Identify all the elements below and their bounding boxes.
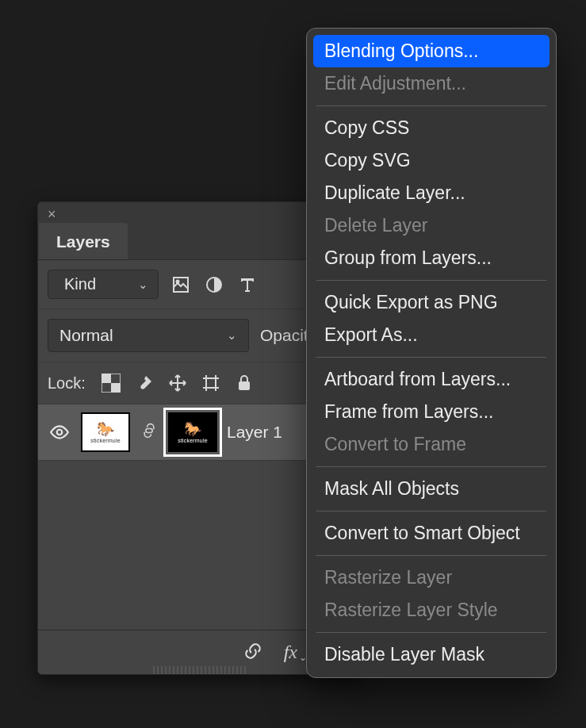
svg-rect-9 xyxy=(239,381,250,390)
blend-mode-value: Normal xyxy=(59,326,113,345)
menu-item-editadj: Edit Adjustment... xyxy=(313,67,550,100)
lock-move-icon[interactable] xyxy=(167,372,189,394)
layer-mask-thumbnail[interactable]: 🐎 stickermule xyxy=(168,412,217,452)
menu-item-raststyle: Rasterize Layer Style xyxy=(313,594,550,626)
svg-rect-11 xyxy=(146,429,152,433)
blend-mode-dropdown[interactable]: Normal ⌄ xyxy=(48,319,249,352)
menu-item-disablemask[interactable]: Disable Layer Mask xyxy=(313,638,550,671)
menu-separator xyxy=(316,632,546,633)
menu-item-qexport[interactable]: Quick Export as PNG xyxy=(313,286,550,319)
filter-kind-label: Kind xyxy=(64,275,96,293)
chevron-down-icon: ⌄ xyxy=(138,278,148,292)
lock-transparency-icon[interactable] xyxy=(100,372,122,394)
layer-context-menu: Blending Options...Edit Adjustment...Cop… xyxy=(306,28,557,678)
menu-separator xyxy=(316,357,546,358)
thumb-text: stickermule xyxy=(90,438,121,443)
close-icon[interactable]: × xyxy=(48,207,62,221)
menu-item-group[interactable]: Group from Layers... xyxy=(313,242,550,274)
svg-point-3 xyxy=(177,280,179,282)
menu-item-smart[interactable]: Convert to Smart Object xyxy=(313,517,550,550)
thumb-text: stickermule xyxy=(178,438,208,443)
menu-item-rast: Rasterize Layer xyxy=(313,561,550,594)
menu-item-copysvg[interactable]: Copy SVG xyxy=(313,144,550,177)
svg-point-10 xyxy=(57,430,63,435)
menu-separator xyxy=(316,280,546,281)
layer-effects-icon[interactable]: fx ⌄ xyxy=(284,642,307,663)
lock-label: Lock: xyxy=(48,374,86,393)
menu-item-blending[interactable]: Blending Options... xyxy=(313,35,550,67)
opacity-label: Opacit xyxy=(260,326,308,345)
filter-kind-dropdown[interactable]: Kind ⌄ xyxy=(48,270,159,299)
resize-grip-icon[interactable] xyxy=(153,666,248,674)
menu-item-maskall[interactable]: Mask All Objects xyxy=(313,473,550,505)
svg-rect-8 xyxy=(206,378,216,388)
lock-brush-icon[interactable] xyxy=(133,372,155,394)
menu-separator xyxy=(316,466,546,467)
chevron-down-icon: ⌄ xyxy=(227,328,237,343)
filter-pixel-icon[interactable] xyxy=(170,274,192,296)
layer-thumbnail[interactable]: 🐎 stickermule xyxy=(81,412,130,452)
tab-layers[interactable]: Layers xyxy=(39,223,128,259)
menu-item-artboard[interactable]: Artboard from Layers... xyxy=(313,363,550,396)
horse-icon: 🐎 xyxy=(97,422,114,436)
lock-artboard-icon[interactable] xyxy=(200,372,222,394)
menu-item-copycss[interactable]: Copy CSS xyxy=(313,112,550,144)
layer-name-label[interactable]: Layer 1 xyxy=(227,423,282,442)
visibility-eye-icon[interactable] xyxy=(48,422,71,443)
menu-item-frame[interactable]: Frame from Layers... xyxy=(313,396,550,428)
link-layers-icon[interactable] xyxy=(243,641,263,665)
menu-separator xyxy=(316,555,546,556)
menu-item-dup[interactable]: Duplicate Layer... xyxy=(313,177,550,209)
menu-item-convframe: Convert to Frame xyxy=(313,428,550,461)
lock-all-icon[interactable] xyxy=(233,372,255,394)
svg-rect-6 xyxy=(101,374,111,383)
menu-separator xyxy=(316,511,546,512)
filter-adjustment-icon[interactable] xyxy=(203,274,225,296)
mask-link-icon[interactable] xyxy=(140,423,159,442)
horse-icon: 🐎 xyxy=(184,422,201,436)
menu-item-del: Delete Layer xyxy=(313,209,550,242)
svg-rect-7 xyxy=(111,383,121,393)
menu-item-exportas[interactable]: Export As... xyxy=(313,319,550,351)
filter-type-icon[interactable] xyxy=(236,274,259,296)
menu-separator xyxy=(316,105,546,106)
